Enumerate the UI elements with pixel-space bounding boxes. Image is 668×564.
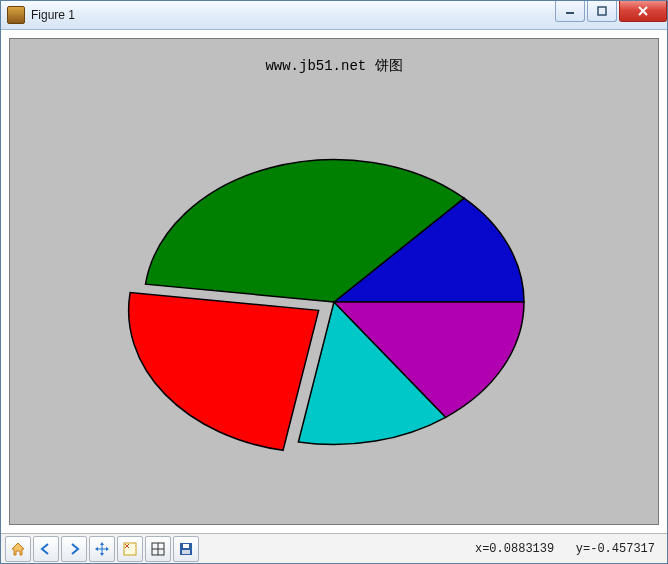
- pan-icon: [94, 541, 110, 557]
- close-icon: [637, 6, 649, 16]
- toolbar: x=0.0883139 y=-0.457317: [1, 533, 667, 563]
- maximize-icon: [597, 6, 607, 16]
- pie-chart: [84, 92, 584, 472]
- window-title: Figure 1: [31, 8, 75, 22]
- maximize-button[interactable]: [587, 1, 617, 22]
- subplots-icon: [150, 541, 166, 557]
- pan-button[interactable]: [89, 536, 115, 562]
- canvas-area: www.jb51.net 饼图: [1, 30, 667, 533]
- zoom-button[interactable]: [117, 536, 143, 562]
- forward-icon: [66, 541, 82, 557]
- home-icon: [10, 541, 26, 557]
- svg-rect-1: [598, 7, 606, 15]
- svg-rect-11: [183, 544, 189, 548]
- svg-rect-12: [182, 550, 190, 554]
- app-icon: [7, 6, 25, 24]
- minimize-button[interactable]: [555, 1, 585, 22]
- back-icon: [38, 541, 54, 557]
- title-bar[interactable]: Figure 1: [1, 1, 667, 30]
- pie-slice: [129, 292, 319, 450]
- coord-readout: x=0.0883139 y=-0.457317: [475, 542, 663, 556]
- figure-window: Figure 1 www.jb51.net 饼图: [0, 0, 668, 564]
- canvas-frame[interactable]: www.jb51.net 饼图: [9, 38, 659, 525]
- back-button[interactable]: [33, 536, 59, 562]
- chart-title: www.jb51.net 饼图: [10, 57, 658, 75]
- close-button[interactable]: [619, 1, 667, 22]
- zoom-icon: [122, 541, 138, 557]
- window-buttons: [555, 1, 667, 21]
- forward-button[interactable]: [61, 536, 87, 562]
- minimize-icon: [565, 6, 575, 16]
- client-area: www.jb51.net 饼图: [1, 30, 667, 563]
- home-button[interactable]: [5, 536, 31, 562]
- save-icon: [178, 541, 194, 557]
- subplots-button[interactable]: [145, 536, 171, 562]
- save-button[interactable]: [173, 536, 199, 562]
